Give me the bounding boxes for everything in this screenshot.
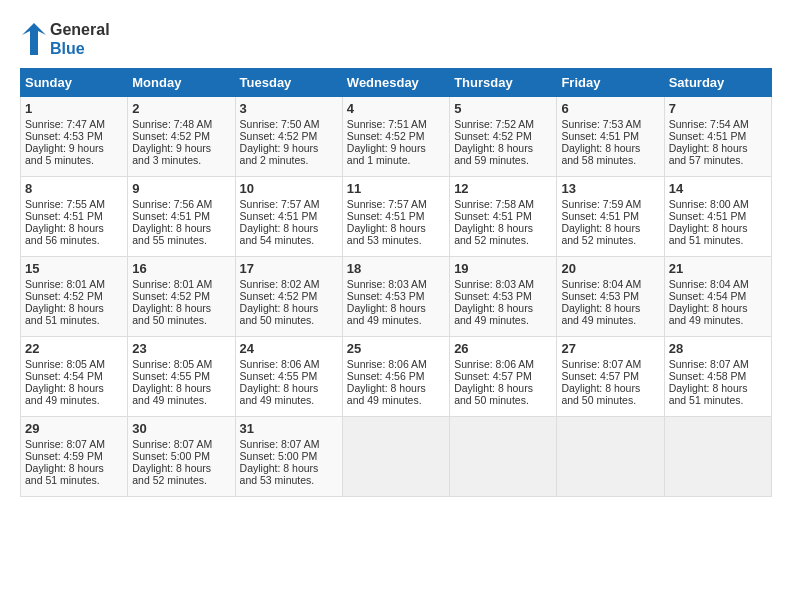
logo-bird-icon — [20, 21, 48, 57]
calendar-week-row: 29Sunrise: 8:07 AMSunset: 4:59 PMDayligh… — [21, 417, 772, 497]
calendar-day-cell: 21Sunrise: 8:04 AMSunset: 4:54 PMDayligh… — [664, 257, 771, 337]
sunrise-label: Sunrise: 7:51 AM — [347, 118, 427, 130]
day-number: 2 — [132, 101, 230, 116]
sunrise-label: Sunrise: 8:05 AM — [132, 358, 212, 370]
sunrise-label: Sunrise: 8:07 AM — [669, 358, 749, 370]
calendar-day-cell: 4Sunrise: 7:51 AMSunset: 4:52 PMDaylight… — [342, 97, 449, 177]
calendar-day-cell: 20Sunrise: 8:04 AMSunset: 4:53 PMDayligh… — [557, 257, 664, 337]
sunrise-label: Sunrise: 8:00 AM — [669, 198, 749, 210]
sunset-label: Sunset: 4:51 PM — [561, 210, 639, 222]
sunrise-label: Sunrise: 8:01 AM — [25, 278, 105, 290]
day-number: 5 — [454, 101, 552, 116]
calendar-day-cell: 28Sunrise: 8:07 AMSunset: 4:58 PMDayligh… — [664, 337, 771, 417]
sunrise-label: Sunrise: 7:58 AM — [454, 198, 534, 210]
sunset-label: Sunset: 4:53 PM — [347, 290, 425, 302]
calendar-day-cell: 11Sunrise: 7:57 AMSunset: 4:51 PMDayligh… — [342, 177, 449, 257]
day-number: 13 — [561, 181, 659, 196]
calendar-day-cell: 1Sunrise: 7:47 AMSunset: 4:53 PMDaylight… — [21, 97, 128, 177]
sunrise-label: Sunrise: 7:55 AM — [25, 198, 105, 210]
day-number: 12 — [454, 181, 552, 196]
sunset-label: Sunset: 4:51 PM — [25, 210, 103, 222]
daylight-label: Daylight: 8 hours and 52 minutes. — [561, 222, 640, 246]
empty-cell — [557, 417, 664, 497]
page-header: General Blue — [20, 20, 772, 58]
sunset-label: Sunset: 4:52 PM — [240, 290, 318, 302]
day-header-saturday: Saturday — [664, 69, 771, 97]
day-number: 19 — [454, 261, 552, 276]
daylight-label: Daylight: 8 hours and 56 minutes. — [25, 222, 104, 246]
logo-container: General Blue — [20, 20, 110, 58]
sunrise-label: Sunrise: 7:52 AM — [454, 118, 534, 130]
day-number: 20 — [561, 261, 659, 276]
daylight-label: Daylight: 8 hours and 50 minutes. — [132, 302, 211, 326]
day-header-friday: Friday — [557, 69, 664, 97]
day-number: 18 — [347, 261, 445, 276]
daylight-label: Daylight: 8 hours and 49 minutes. — [132, 382, 211, 406]
daylight-label: Daylight: 8 hours and 49 minutes. — [240, 382, 319, 406]
sunset-label: Sunset: 4:52 PM — [347, 130, 425, 142]
sunrise-label: Sunrise: 7:50 AM — [240, 118, 320, 130]
sunrise-label: Sunrise: 7:57 AM — [347, 198, 427, 210]
empty-cell — [342, 417, 449, 497]
day-number: 11 — [347, 181, 445, 196]
sunset-label: Sunset: 4:52 PM — [132, 290, 210, 302]
daylight-label: Daylight: 8 hours and 49 minutes. — [669, 302, 748, 326]
day-header-wednesday: Wednesday — [342, 69, 449, 97]
calendar-day-cell: 26Sunrise: 8:06 AMSunset: 4:57 PMDayligh… — [450, 337, 557, 417]
sunset-label: Sunset: 4:59 PM — [25, 450, 103, 462]
calendar-day-cell: 29Sunrise: 8:07 AMSunset: 4:59 PMDayligh… — [21, 417, 128, 497]
calendar-day-cell: 3Sunrise: 7:50 AMSunset: 4:52 PMDaylight… — [235, 97, 342, 177]
calendar-day-cell: 10Sunrise: 7:57 AMSunset: 4:51 PMDayligh… — [235, 177, 342, 257]
daylight-label: Daylight: 8 hours and 51 minutes. — [669, 382, 748, 406]
day-number: 9 — [132, 181, 230, 196]
daylight-label: Daylight: 8 hours and 55 minutes. — [132, 222, 211, 246]
calendar-day-cell: 6Sunrise: 7:53 AMSunset: 4:51 PMDaylight… — [557, 97, 664, 177]
calendar-day-cell: 9Sunrise: 7:56 AMSunset: 4:51 PMDaylight… — [128, 177, 235, 257]
sunrise-label: Sunrise: 8:02 AM — [240, 278, 320, 290]
calendar-day-cell: 16Sunrise: 8:01 AMSunset: 4:52 PMDayligh… — [128, 257, 235, 337]
svg-marker-0 — [22, 23, 46, 55]
calendar-day-cell: 13Sunrise: 7:59 AMSunset: 4:51 PMDayligh… — [557, 177, 664, 257]
sunrise-label: Sunrise: 8:07 AM — [240, 438, 320, 450]
sunrise-label: Sunrise: 8:03 AM — [454, 278, 534, 290]
day-number: 16 — [132, 261, 230, 276]
daylight-label: Daylight: 8 hours and 58 minutes. — [561, 142, 640, 166]
daylight-label: Daylight: 8 hours and 53 minutes. — [347, 222, 426, 246]
sunset-label: Sunset: 4:55 PM — [132, 370, 210, 382]
days-header-row: SundayMondayTuesdayWednesdayThursdayFrid… — [21, 69, 772, 97]
sunrise-label: Sunrise: 8:06 AM — [347, 358, 427, 370]
sunset-label: Sunset: 4:51 PM — [240, 210, 318, 222]
daylight-label: Daylight: 8 hours and 57 minutes. — [669, 142, 748, 166]
sunset-label: Sunset: 4:53 PM — [25, 130, 103, 142]
sunset-label: Sunset: 4:52 PM — [25, 290, 103, 302]
daylight-label: Daylight: 8 hours and 49 minutes. — [25, 382, 104, 406]
day-number: 15 — [25, 261, 123, 276]
sunset-label: Sunset: 4:53 PM — [454, 290, 532, 302]
empty-cell — [450, 417, 557, 497]
calendar-day-cell: 12Sunrise: 7:58 AMSunset: 4:51 PMDayligh… — [450, 177, 557, 257]
calendar-week-row: 1Sunrise: 7:47 AMSunset: 4:53 PMDaylight… — [21, 97, 772, 177]
daylight-label: Daylight: 8 hours and 49 minutes. — [347, 382, 426, 406]
sunset-label: Sunset: 5:00 PM — [240, 450, 318, 462]
sunset-label: Sunset: 4:56 PM — [347, 370, 425, 382]
daylight-label: Daylight: 8 hours and 54 minutes. — [240, 222, 319, 246]
calendar-day-cell: 19Sunrise: 8:03 AMSunset: 4:53 PMDayligh… — [450, 257, 557, 337]
sunrise-label: Sunrise: 8:03 AM — [347, 278, 427, 290]
day-number: 26 — [454, 341, 552, 356]
daylight-label: Daylight: 8 hours and 50 minutes. — [240, 302, 319, 326]
day-number: 14 — [669, 181, 767, 196]
calendar-day-cell: 2Sunrise: 7:48 AMSunset: 4:52 PMDaylight… — [128, 97, 235, 177]
sunset-label: Sunset: 4:52 PM — [454, 130, 532, 142]
day-number: 8 — [25, 181, 123, 196]
sunrise-label: Sunrise: 7:56 AM — [132, 198, 212, 210]
daylight-label: Daylight: 8 hours and 51 minutes. — [25, 462, 104, 486]
sunset-label: Sunset: 4:55 PM — [240, 370, 318, 382]
sunset-label: Sunset: 4:51 PM — [347, 210, 425, 222]
sunset-label: Sunset: 4:58 PM — [669, 370, 747, 382]
sunset-label: Sunset: 4:51 PM — [669, 130, 747, 142]
daylight-label: Daylight: 8 hours and 53 minutes. — [240, 462, 319, 486]
calendar-week-row: 8Sunrise: 7:55 AMSunset: 4:51 PMDaylight… — [21, 177, 772, 257]
calendar-day-cell: 23Sunrise: 8:05 AMSunset: 4:55 PMDayligh… — [128, 337, 235, 417]
day-number: 22 — [25, 341, 123, 356]
calendar-day-cell: 18Sunrise: 8:03 AMSunset: 4:53 PMDayligh… — [342, 257, 449, 337]
